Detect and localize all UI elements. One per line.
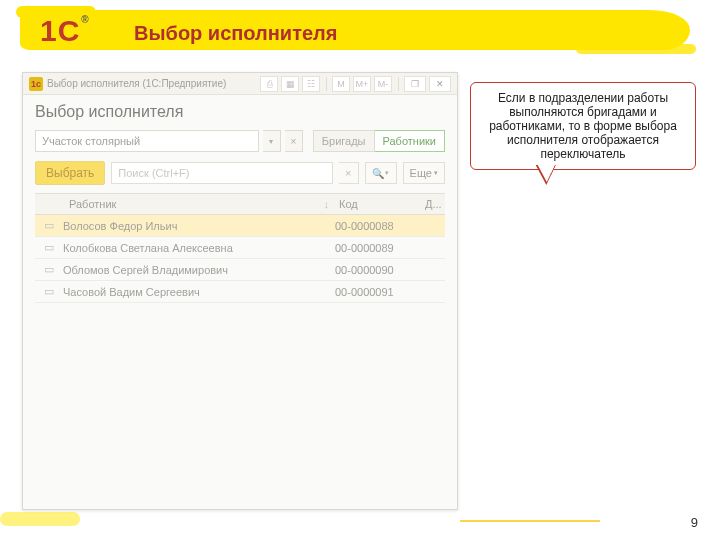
titlebar-mp[interactable]: M+ xyxy=(353,76,371,92)
callout-text: Если в подразделении работы выполняются … xyxy=(489,91,677,161)
titlebar-sep2 xyxy=(398,77,399,91)
footer-accent xyxy=(0,512,80,526)
search-go-button[interactable]: 🔍▾ xyxy=(365,162,397,184)
more-label: Еще xyxy=(410,167,432,179)
chevron-down-icon: ▾ xyxy=(385,169,389,177)
titlebar-maximize[interactable]: ❐ xyxy=(404,76,426,92)
col-worker[interactable]: Работник xyxy=(35,198,335,210)
more-button[interactable]: Еще ▾ xyxy=(403,162,445,184)
row-name: Волосов Федор Ильич xyxy=(63,220,335,232)
grid-body: ▭ Волосов Федор Ильич 00-0000088 ▭ Колоб… xyxy=(23,215,457,303)
titlebar-sep xyxy=(326,77,327,91)
row-code: 00-0000088 xyxy=(335,220,425,232)
chevron-down-icon: ▾ xyxy=(434,169,438,177)
titlebar-mm[interactable]: M- xyxy=(374,76,392,92)
search-icon: 🔍 xyxy=(372,168,384,179)
table-row[interactable]: ▭ Колобкова Светлана Алексеевна 00-00000… xyxy=(35,237,445,259)
footer-accent xyxy=(460,520,600,522)
table-row[interactable]: ▭ Обломов Сергей Владимирович 00-0000090 xyxy=(35,259,445,281)
titlebar-tool-print-icon[interactable]: ⎙ xyxy=(260,76,278,92)
titlebar-tool-calendar-icon[interactable]: ☷ xyxy=(302,76,320,92)
titlebar-tool-calc-icon[interactable]: ▦ xyxy=(281,76,299,92)
search-placeholder: Поиск (Ctrl+F) xyxy=(118,167,189,179)
unit-clear-icon[interactable]: × xyxy=(285,130,303,152)
row-name: Колобкова Светлана Алексеевна xyxy=(63,242,335,254)
brush-bg xyxy=(20,10,690,50)
row-icon: ▭ xyxy=(35,285,63,298)
app-icon: 1c xyxy=(29,77,43,91)
slide-title: Выбор исполнителя xyxy=(134,22,337,45)
app-window: 1c Выбор исполнителя (1С:Предприятие) ⎙ … xyxy=(22,72,458,510)
grid-header: Работник Код Д... xyxy=(35,193,445,215)
window-title: Выбор исполнителя (1С:Предприятие) xyxy=(47,78,257,89)
search-input[interactable]: Поиск (Ctrl+F) xyxy=(111,162,332,184)
row-icon: ▭ xyxy=(35,263,63,276)
select-button[interactable]: Выбрать xyxy=(35,161,105,185)
logo: 1С® xyxy=(40,14,89,48)
col-d[interactable]: Д... xyxy=(425,198,445,210)
page-number: 9 xyxy=(691,515,698,530)
unit-value: Участок столярный xyxy=(42,135,140,147)
row-name: Обломов Сергей Владимирович xyxy=(63,264,335,276)
callout: Если в подразделении работы выполняются … xyxy=(470,82,696,170)
unit-combo[interactable]: Участок столярный xyxy=(35,130,259,152)
seg-workers[interactable]: Работники xyxy=(375,130,445,152)
row-name: Часовой Вадим Сергеевич xyxy=(63,286,335,298)
search-clear-icon[interactable]: × xyxy=(339,162,359,184)
table-row[interactable]: ▭ Волосов Федор Ильич 00-0000088 xyxy=(35,215,445,237)
row-code: 00-0000091 xyxy=(335,286,425,298)
titlebar: 1c Выбор исполнителя (1С:Предприятие) ⎙ … xyxy=(23,73,457,95)
col-code[interactable]: Код xyxy=(335,198,425,210)
unit-dropdown-icon[interactable]: ▾ xyxy=(263,130,281,152)
titlebar-close[interactable]: ✕ xyxy=(429,76,451,92)
form-title: Выбор исполнителя xyxy=(23,95,457,127)
titlebar-m[interactable]: M xyxy=(332,76,350,92)
mode-switch: Бригады Работники xyxy=(313,130,445,152)
row-code: 00-0000090 xyxy=(335,264,425,276)
seg-brigades[interactable]: Бригады xyxy=(313,130,375,152)
row-code: 00-0000089 xyxy=(335,242,425,254)
row-icon: ▭ xyxy=(35,241,63,254)
table-row[interactable]: ▭ Часовой Вадим Сергеевич 00-0000091 xyxy=(35,281,445,303)
row-icon: ▭ xyxy=(35,219,63,232)
